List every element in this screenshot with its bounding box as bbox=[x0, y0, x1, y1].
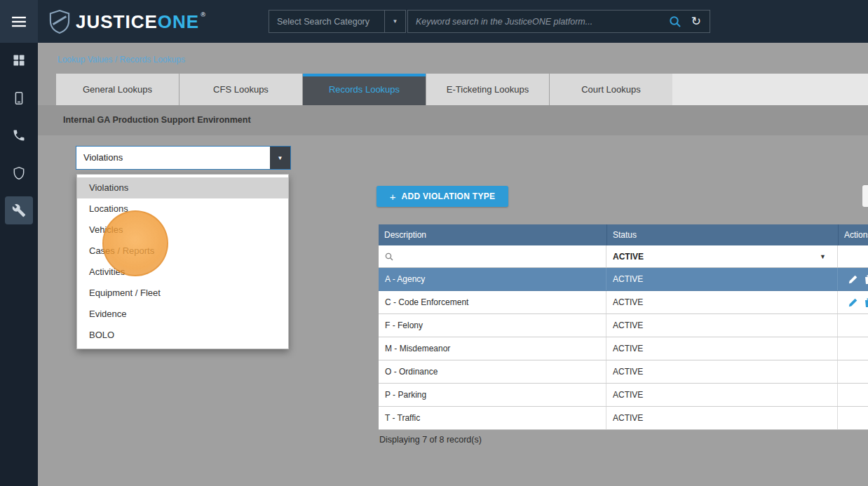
tab-eticketing-lookups[interactable]: E-Ticketing Lookups bbox=[426, 74, 549, 105]
add-violation-type-button[interactable]: + ADD VIOLATION TYPE bbox=[377, 186, 508, 207]
app-logo[interactable]: JUSTICEONE® bbox=[49, 8, 206, 36]
violation-types-table: Description Status Actions ACTIVE ▼ bbox=[379, 224, 868, 430]
logo-shield-icon bbox=[49, 10, 70, 34]
table-row[interactable]: C - Code Enforcement ACTIVE bbox=[379, 291, 868, 314]
column-header-description[interactable]: Description bbox=[379, 224, 606, 245]
row-description: O - Ordinance bbox=[379, 360, 606, 383]
table-row[interactable]: O - Ordinance ACTIVE bbox=[379, 360, 868, 384]
table-row[interactable]: P - Parking ACTIVE bbox=[379, 384, 868, 407]
menu-item-equipment-fleet[interactable]: Equipment / Fleet bbox=[77, 283, 288, 304]
menu-item-evidence[interactable]: Evidence bbox=[77, 304, 288, 325]
menu-item-locations[interactable]: Locations bbox=[77, 198, 288, 220]
row-status: ACTIVE bbox=[606, 337, 838, 360]
row-description: F - Felony bbox=[379, 314, 606, 337]
row-status: ACTIVE bbox=[606, 407, 838, 429]
delete-icon[interactable] bbox=[864, 297, 868, 308]
search-category-label: Select Search Category bbox=[269, 17, 384, 27]
plus-icon: + bbox=[390, 191, 396, 203]
edge-clipped-button[interactable] bbox=[862, 185, 868, 207]
wrench-icon bbox=[12, 203, 26, 217]
row-actions bbox=[838, 337, 868, 360]
hamburger-menu-button[interactable] bbox=[0, 0, 38, 43]
row-status: ACTIVE bbox=[606, 384, 838, 406]
tab-records-lookups[interactable]: Records Lookups bbox=[303, 74, 426, 105]
edit-icon[interactable] bbox=[848, 274, 858, 285]
sidebar-item-calls[interactable] bbox=[0, 119, 38, 151]
record-count-label: Displaying 7 of 8 record(s) bbox=[379, 435, 482, 445]
row-description: M - Misdemeanor bbox=[379, 337, 606, 360]
table-row[interactable]: M - Misdemeanor ACTIVE bbox=[379, 337, 868, 360]
sidebar-item-dashboard[interactable] bbox=[0, 44, 38, 76]
environment-label: Internal GA Production Support Environme… bbox=[63, 115, 251, 125]
row-actions bbox=[838, 407, 868, 429]
global-search: ↻ bbox=[407, 10, 710, 33]
row-actions bbox=[838, 291, 868, 313]
description-filter[interactable] bbox=[379, 245, 606, 267]
column-header-actions: Actions bbox=[838, 224, 868, 245]
row-actions bbox=[838, 314, 868, 337]
row-status: ACTIVE bbox=[606, 360, 838, 383]
app-window: JUSTICEONE® Select Search Category ▼ ↻ bbox=[0, 0, 868, 486]
tab-general-lookups[interactable]: General Lookups bbox=[56, 74, 179, 105]
row-status: ACTIVE bbox=[606, 314, 838, 337]
logo-text: JUSTICEONE® bbox=[76, 11, 206, 33]
row-status: ACTIVE bbox=[606, 268, 838, 290]
row-actions bbox=[838, 384, 868, 406]
row-actions bbox=[838, 360, 868, 383]
table-row[interactable]: T - Traffic ACTIVE bbox=[379, 407, 868, 430]
menu-item-violations[interactable]: Violations bbox=[77, 177, 288, 198]
select-caret-icon[interactable]: ▼ bbox=[270, 147, 290, 169]
mobile-device-icon bbox=[12, 91, 26, 105]
search-input[interactable] bbox=[408, 17, 669, 27]
menu-item-cases-reports[interactable]: Cases / Reports bbox=[77, 241, 288, 262]
row-status: ACTIVE bbox=[606, 291, 838, 313]
search-icon[interactable] bbox=[669, 15, 681, 28]
row-description: T - Traffic bbox=[379, 407, 606, 429]
tab-court-lookups[interactable]: Court Lookups bbox=[550, 74, 672, 105]
actions-filter-cell bbox=[838, 245, 868, 267]
status-filter-dropdown[interactable]: ACTIVE ▼ bbox=[606, 245, 838, 267]
sidebar-item-admin-tools[interactable] bbox=[0, 194, 38, 227]
breadcrumb[interactable]: Lookup Values / Records Lookups bbox=[57, 55, 185, 65]
sidebar-item-mobile[interactable] bbox=[0, 82, 38, 114]
table-row[interactable]: F - Felony ACTIVE bbox=[379, 314, 868, 337]
chevron-down-icon: ▼ bbox=[820, 253, 826, 260]
lookup-type-value: Violations bbox=[83, 147, 123, 169]
delete-icon[interactable] bbox=[864, 274, 868, 285]
dashboard-icon bbox=[12, 53, 26, 67]
lookup-type-select[interactable]: Violations ▼ bbox=[76, 146, 291, 170]
menu-item-bolo[interactable]: BOLO bbox=[77, 325, 288, 346]
sidebar-item-security[interactable] bbox=[0, 157, 38, 189]
lookup-type-menu: Violations Locations Vehicles Cases / Re… bbox=[76, 174, 289, 349]
chevron-down-icon: ▼ bbox=[384, 11, 405, 32]
menu-item-activities[interactable]: Activities bbox=[77, 262, 288, 283]
row-actions bbox=[838, 268, 868, 290]
filter-search-icon bbox=[385, 252, 393, 261]
tabs-filler bbox=[672, 74, 868, 105]
column-header-status[interactable]: Status bbox=[606, 224, 838, 245]
edit-icon[interactable] bbox=[848, 297, 858, 308]
row-description: A - Agency bbox=[379, 268, 606, 290]
phone-icon bbox=[12, 128, 26, 142]
row-description: P - Parking bbox=[379, 384, 606, 406]
sync-icon[interactable]: ↻ bbox=[691, 15, 701, 27]
lookup-tabs: General Lookups CFS Lookups Records Look… bbox=[56, 74, 672, 105]
table-filter-row: ACTIVE ▼ bbox=[379, 245, 868, 268]
table-header-row: Description Status Actions bbox=[379, 224, 868, 245]
tab-cfs-lookups[interactable]: CFS Lookups bbox=[179, 74, 302, 105]
search-category-dropdown[interactable]: Select Search Category ▼ bbox=[269, 10, 406, 33]
environment-bar: Internal GA Production Support Environme… bbox=[38, 105, 868, 135]
hamburger-icon bbox=[11, 15, 27, 28]
status-filter-value: ACTIVE bbox=[613, 252, 644, 262]
menu-item-vehicles[interactable]: Vehicles bbox=[77, 220, 288, 241]
row-description: C - Code Enforcement bbox=[379, 291, 606, 313]
shield-icon bbox=[12, 166, 26, 180]
table-row[interactable]: A - Agency ACTIVE bbox=[379, 268, 868, 291]
